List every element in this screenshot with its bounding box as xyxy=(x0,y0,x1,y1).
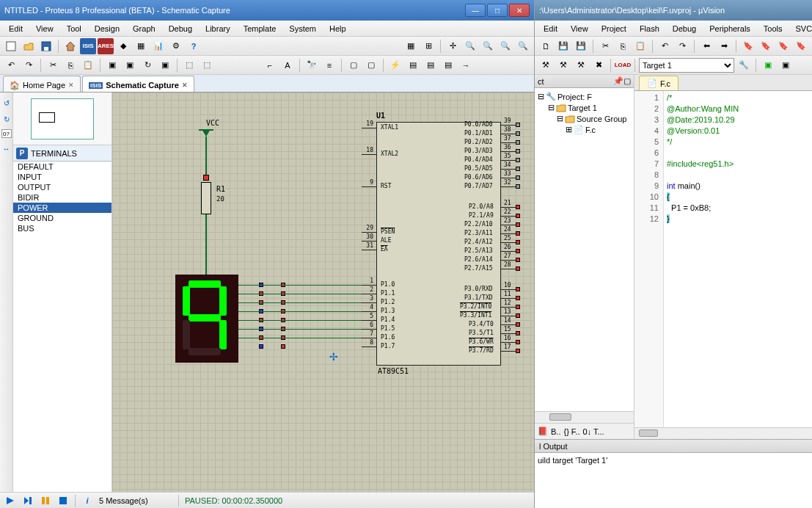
ares-icon[interactable]: ARES xyxy=(98,38,114,54)
code-line[interactable] xyxy=(667,170,739,181)
book-icon[interactable]: 📕 xyxy=(538,427,548,436)
code-editor[interactable]: 123456789101112 /*@Author:Wang MIN@Date:… xyxy=(634,91,812,427)
erc-icon[interactable]: ⚡ xyxy=(387,57,403,73)
uv-undo-icon[interactable]: ↶ xyxy=(656,38,673,54)
help-icon[interactable]: ? xyxy=(186,38,202,54)
place-icon[interactable]: ⬚ xyxy=(199,57,215,73)
zoom-area-icon[interactable]: 🔍 xyxy=(515,38,531,54)
zoom-in-icon[interactable]: 🔍 xyxy=(462,38,478,54)
project-tree[interactable]: ⊟ 🔧 Project: F ⊟ Target 1 ⊟ Source Group xyxy=(535,88,634,411)
file-tab-fc[interactable]: 📄 F.c xyxy=(639,76,679,90)
uv-bookmark-prev-icon[interactable]: 🔖 xyxy=(758,38,774,54)
home-icon[interactable] xyxy=(62,38,78,54)
zoom-all-icon[interactable]: 🔍 xyxy=(497,38,513,54)
editor-hscroll[interactable] xyxy=(634,427,812,439)
terminal-item-power[interactable]: POWER xyxy=(13,203,111,213)
close-button[interactable]: ✕ xyxy=(509,4,530,17)
code-line[interactable]: #include<reg51.h> xyxy=(667,159,739,170)
uv-redo-icon[interactable]: ↷ xyxy=(674,38,690,54)
terminal-item-input[interactable]: INPUT xyxy=(13,172,111,182)
tab-schematic[interactable]: ISIS Schematic Capture ✕ xyxy=(82,76,194,92)
code-line[interactable] xyxy=(667,148,739,159)
new-project-icon[interactable] xyxy=(3,38,19,54)
menu-debug[interactable]: Debug xyxy=(163,23,198,35)
code-line[interactable]: P1 = 0xB8; xyxy=(667,203,739,214)
block-copy-icon[interactable]: ▣ xyxy=(104,57,120,73)
uv-nav-fwd-icon[interactable]: ➡ xyxy=(716,38,732,54)
angle-input[interactable]: 0? xyxy=(1,129,12,138)
tab-functions[interactable]: {} F.. xyxy=(563,427,579,436)
terminal-item-bidir[interactable]: BIDIR xyxy=(13,192,111,203)
package-icon[interactable]: ▢ xyxy=(345,57,362,73)
copy-icon[interactable]: ⎘ xyxy=(62,57,78,73)
gear-icon[interactable]: ⚙ xyxy=(168,38,184,54)
wire-tool-icon[interactable]: ⌐ xyxy=(262,57,278,73)
terminal-item-bus[interactable]: BUS xyxy=(13,223,111,233)
uv-menu-debug[interactable]: Debug xyxy=(667,23,702,35)
step-button[interactable] xyxy=(22,495,34,507)
code-line[interactable]: @Version:0.01 xyxy=(667,126,739,137)
uv-copy-icon[interactable]: ⎘ xyxy=(615,38,631,54)
block-rotate-icon[interactable]: ↻ xyxy=(139,57,156,73)
uv-nav-back-icon[interactable]: ⬅ xyxy=(698,38,714,54)
menu-help[interactable]: Help xyxy=(323,23,352,35)
tab-home[interactable]: 🏠 Home Page ✕ xyxy=(3,76,81,92)
undo-icon[interactable]: ↶ xyxy=(3,57,19,73)
schematic-canvas[interactable]: VCC R1 20 U1 xyxy=(112,92,534,492)
uv-build-icon[interactable]: ⚒ xyxy=(538,57,554,73)
uv-options-icon[interactable]: 🔧 xyxy=(736,57,752,73)
uvision-titlebar[interactable]: :\Users\Administrator\Desktop\keil\F.uvp… xyxy=(535,0,812,21)
uv-cut-icon[interactable]: ✂ xyxy=(597,38,613,54)
tab-books[interactable]: B.. xyxy=(551,427,560,436)
p-badge-icon[interactable]: P xyxy=(16,148,28,159)
code-line[interactable]: @Date:2019.10.29 xyxy=(667,115,739,126)
tab-templates[interactable]: 0↓ T... xyxy=(582,427,604,436)
pick-icon[interactable]: ⬚ xyxy=(181,57,197,73)
snap-icon[interactable]: ⊞ xyxy=(420,38,436,54)
menu-view[interactable]: View xyxy=(30,23,59,35)
transfer-icon[interactable]: → xyxy=(458,57,474,73)
mirror-h-icon[interactable]: ↔ xyxy=(1,142,12,154)
rotate-cw-icon[interactable]: ↻ xyxy=(1,113,12,125)
bom-button-icon[interactable]: ▤ xyxy=(423,57,439,73)
close-icon[interactable]: ✕ xyxy=(68,81,74,89)
menu-edit[interactable]: Edit xyxy=(3,23,29,35)
pause-button[interactable] xyxy=(40,495,51,507)
search-icon[interactable]: 🔭 xyxy=(304,57,320,73)
project-hscroll[interactable] xyxy=(535,411,634,423)
uv-new-icon[interactable]: 🗋 xyxy=(538,38,554,54)
tree-file[interactable]: ⊞ 📄 F.c xyxy=(538,124,631,135)
menu-graph[interactable]: Graph xyxy=(127,23,161,35)
uv-bookmark-next-icon[interactable]: 🔖 xyxy=(775,38,791,54)
netlist-icon[interactable]: ▤ xyxy=(405,57,421,73)
uv-bookmark-clear-icon[interactable]: 🔖 xyxy=(793,38,809,54)
output-body[interactable]: uild target 'Target 1' xyxy=(535,453,812,508)
menu-design[interactable]: Design xyxy=(89,23,125,35)
uv-stop-build-icon[interactable]: ✖ xyxy=(590,57,607,73)
tree-project-root[interactable]: ⊟ 🔧 Project: F xyxy=(538,91,631,102)
seven-segment-display[interactable] xyxy=(175,275,238,363)
block-move-icon[interactable]: ▣ xyxy=(122,57,138,73)
grid-toggle-icon[interactable]: ▦ xyxy=(403,38,419,54)
code-line[interactable]: { xyxy=(667,192,739,203)
target-select[interactable]: Target 1 xyxy=(639,58,734,73)
project-panel-header[interactable]: ct 📌 ▢ xyxy=(535,75,634,88)
save-icon[interactable] xyxy=(38,38,54,54)
redo-icon[interactable]: ↷ xyxy=(21,57,37,73)
tree-group[interactable]: ⊟ Source Group xyxy=(538,113,631,124)
property-icon[interactable]: ≡ xyxy=(321,57,337,73)
uv-menu-tools[interactable]: Tools xyxy=(758,23,789,35)
terminal-item-output[interactable]: OUTPUT xyxy=(13,182,111,192)
uv-manage2-icon[interactable]: ▣ xyxy=(778,57,794,73)
minimize-button[interactable]: — xyxy=(465,4,486,17)
uv-saveall-icon[interactable]: 💾 xyxy=(573,38,589,54)
stop-button[interactable] xyxy=(57,495,69,507)
terminal-item-ground[interactable]: GROUND xyxy=(13,213,111,223)
expand-icon[interactable]: ⊟ xyxy=(538,92,544,101)
code-line[interactable]: @Author:Wang MIN xyxy=(667,104,739,115)
tree-target[interactable]: ⊟ Target 1 xyxy=(538,102,631,113)
uv-menu-edit[interactable]: Edit xyxy=(538,23,563,35)
uv-manage-icon[interactable]: ▣ xyxy=(760,57,776,73)
3d-icon[interactable]: ◆ xyxy=(115,38,131,54)
zoom-out-icon[interactable]: 🔍 xyxy=(480,38,496,54)
